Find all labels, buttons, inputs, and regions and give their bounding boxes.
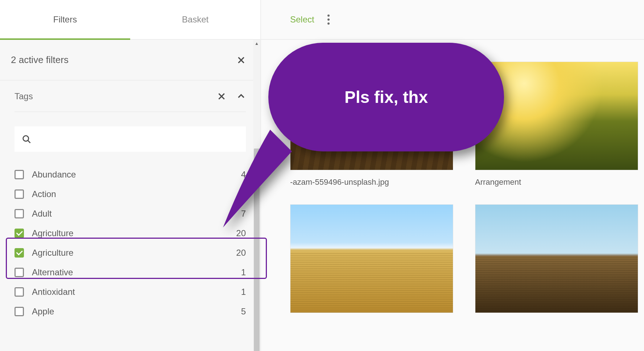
tag-row-action-1[interactable]: Action1 — [15, 184, 246, 204]
tag-name: Adult — [32, 209, 241, 219]
collapse-tags-icon[interactable] — [236, 92, 246, 101]
sidebar-tabs: Filters Basket — [0, 0, 260, 40]
search-icon — [21, 134, 32, 144]
active-filters-header: 2 active filters — [0, 40, 260, 80]
sidebar: Filters Basket 2 active filters Tags — [0, 0, 261, 351]
tag-search[interactable] — [15, 126, 246, 152]
scrollbar[interactable]: ▲ — [253, 40, 260, 351]
gallery-card-2[interactable] — [290, 204, 453, 313]
tag-row-antioxidant-6[interactable]: Antioxidant1 — [15, 282, 246, 302]
tag-row-agriculture-4[interactable]: Agriculture20 — [15, 243, 246, 263]
tag-count: 20 — [236, 228, 246, 238]
tag-checkbox[interactable] — [15, 287, 24, 297]
more-menu-icon[interactable] — [325, 12, 333, 28]
gallery-caption: Arrangement — [475, 177, 638, 187]
tag-name: Agriculture — [32, 248, 236, 258]
tab-basket-label: Basket — [182, 14, 209, 25]
tags-header: Tags — [15, 91, 246, 112]
gallery-thumbnail[interactable] — [290, 204, 453, 313]
tag-name: Abundance — [32, 170, 241, 180]
tags-section: Tags — [0, 80, 260, 152]
clear-tags-icon[interactable] — [217, 92, 226, 101]
tag-name: Agriculture — [32, 228, 236, 238]
tag-row-apple-7[interactable]: Apple5 — [15, 302, 246, 321]
tag-name: Alternative — [32, 267, 241, 277]
tag-count: 1 — [241, 189, 246, 199]
gallery-card-0[interactable]: -azam-559496-unsplash.jpg — [290, 62, 453, 187]
tag-row-alternative-5[interactable]: Alternative1 — [15, 263, 246, 282]
toolbar: Select — [261, 0, 644, 40]
tab-filters-label: Filters — [53, 14, 77, 25]
tag-checkbox[interactable] — [15, 189, 24, 199]
sidebar-body: 2 active filters Tags — [0, 40, 260, 351]
tag-count: 20 — [236, 248, 246, 258]
tag-name: Antioxidant — [32, 287, 241, 297]
tag-row-adult-2[interactable]: Adult7 — [15, 204, 246, 223]
gallery-thumbnail[interactable] — [290, 62, 453, 170]
tag-count: 7 — [241, 209, 246, 219]
scroll-up-icon[interactable]: ▲ — [253, 40, 260, 47]
select-button[interactable]: Select — [290, 14, 314, 25]
active-filters-title: 2 active filters — [11, 54, 69, 66]
tag-checkbox[interactable] — [15, 229, 24, 238]
tag-checkbox[interactable] — [15, 307, 24, 316]
tag-row-agriculture-3[interactable]: Agriculture20 — [15, 223, 246, 243]
tag-count: 1 — [241, 287, 246, 297]
gallery-card-1[interactable]: Arrangement — [475, 62, 638, 187]
tag-name: Apple — [32, 306, 241, 317]
gallery-thumbnail[interactable] — [475, 204, 638, 313]
svg-point-0 — [23, 136, 29, 141]
tag-row-abundance-0[interactable]: Abundance4 — [15, 165, 246, 184]
tag-name: Action — [32, 189, 241, 199]
gallery-caption: -azam-559496-unsplash.jpg — [290, 177, 453, 187]
tag-checkbox[interactable] — [15, 268, 24, 277]
tag-checkbox[interactable] — [15, 209, 24, 218]
tag-checkbox[interactable] — [15, 170, 24, 179]
tab-basket[interactable]: Basket — [130, 0, 260, 39]
tag-search-input[interactable] — [37, 134, 239, 144]
tag-count: 4 — [241, 170, 246, 180]
tag-count: 5 — [241, 306, 246, 317]
scroll-thumb[interactable] — [254, 149, 260, 351]
gallery-thumbnail[interactable] — [475, 62, 638, 170]
tab-filters[interactable]: Filters — [0, 0, 130, 39]
tag-count: 1 — [241, 267, 246, 277]
gallery: -azam-559496-unsplash.jpgArrangement — [290, 62, 644, 351]
tags-label: Tags — [15, 91, 207, 101]
gallery-card-3[interactable] — [475, 204, 638, 313]
clear-filters-icon[interactable] — [236, 55, 246, 65]
tag-checkbox[interactable] — [15, 248, 24, 258]
tag-list: Abundance4Action1Adult7Agriculture20Agri… — [0, 165, 260, 321]
